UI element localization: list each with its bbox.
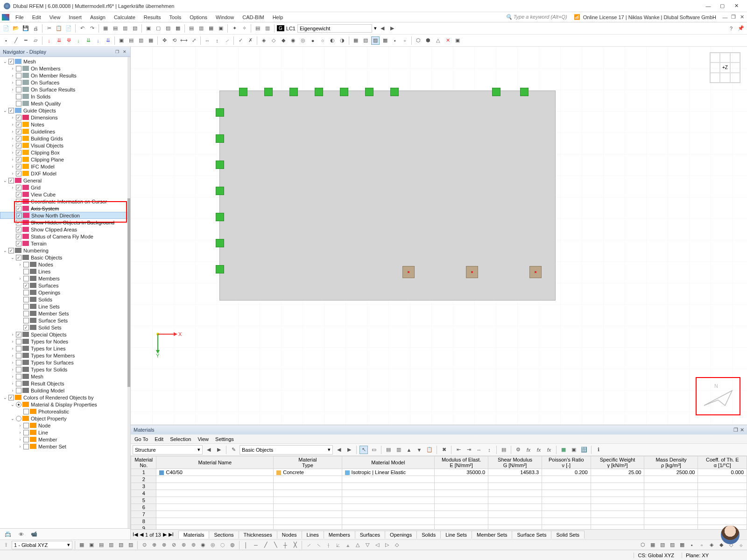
support-node[interactable] [365,88,374,96]
tree-item[interactable]: ⌄Colors of Rendered Objects by [0,394,130,401]
osnap6-button[interactable]: ⊚ [189,541,197,549]
tree-item[interactable]: Surfaces [0,282,130,289]
res6-tool[interactable]: ▫ [401,36,409,45]
bo-prev-button[interactable]: ◀ [335,446,343,454]
tree-item[interactable]: ⌄Basic Objects [0,254,130,261]
tree-item[interactable]: Show North Direction [0,212,130,219]
support-node[interactable] [390,88,399,96]
tree-item[interactable]: Photorealistic [0,408,130,415]
slab-surface[interactable] [219,91,556,301]
osnap2-button[interactable]: ⊕ [150,541,158,549]
doc-minimize-button[interactable]: — [722,14,728,21]
support-node[interactable] [216,187,224,195]
navigator-tree[interactable]: ⌄Mesh›On Members›On Member Results›On Su… [0,57,130,528]
tab-solids[interactable]: Solids [416,531,441,539]
app-menu-icon[interactable] [2,14,9,21]
info-button[interactable]: ℹ [594,446,603,454]
guide8-button[interactable]: ◁ [373,541,381,549]
filter1-button[interactable]: ▤ [254,24,262,33]
lc-next-button[interactable]: ▶ [388,24,396,33]
end7-button[interactable]: ▫ [698,541,706,549]
guide5-button[interactable]: ⟁ [344,541,352,549]
res1-tool[interactable]: ▦ [352,36,360,45]
view-cube[interactable]: +Z [710,52,740,83]
tree-item[interactable]: ›Members [0,275,130,282]
osnap9-button[interactable]: ◌ [218,541,227,549]
end1-button[interactable]: ⬡ [639,541,647,549]
combo-basic-objects[interactable]: Basic Objects▾ [240,445,333,455]
osnap1-button[interactable]: ⊙ [140,541,148,549]
tab-first-button[interactable]: I◀ [133,532,138,538]
mirror-tool[interactable]: ⟷ [180,36,188,45]
rect-select-tool[interactable]: ▭ [370,446,378,454]
line5-button[interactable]: ┼ [281,541,289,549]
tree-item[interactable]: ›Mesh [0,373,130,380]
undo-button[interactable]: ↶ [78,24,86,33]
load5-tool[interactable]: ⇊ [84,36,92,45]
tree-item[interactable]: ›Types for Solids [0,366,130,373]
check2-tool[interactable]: ✗ [246,36,254,45]
mat-menu-settings[interactable]: Settings [215,436,234,442]
tree-item[interactable]: ›Notes [0,121,130,128]
dim3-tool[interactable]: ⟋ [223,36,231,45]
osnap8-button[interactable]: ◎ [209,541,217,549]
dsp3-tool[interactable]: △ [434,36,442,45]
edit3-tool[interactable]: ▥ [137,36,145,45]
materials-table[interactable]: MaterialNo.Material NameMaterialTypeMate… [131,456,747,529]
bo-next-button[interactable]: ▶ [345,446,353,454]
dim1-tool[interactable]: ↔ [203,36,211,45]
load6-tool[interactable]: ↓ [94,36,102,45]
tree-item[interactable]: View Cube [0,191,130,198]
new-button[interactable]: 📄 [2,24,10,33]
line4-button[interactable]: ╲ [271,541,280,549]
tree-item[interactable]: Status of Camera Fly Mode [0,233,130,240]
fx4-button[interactable]: fx [545,446,553,454]
rotate-tool[interactable]: ⟲ [170,36,178,45]
guide1-button[interactable]: ⟋ [304,541,313,549]
tree-item[interactable]: Member Sets [0,310,130,317]
view1-button[interactable]: ▦ [101,24,110,33]
edit2-tool[interactable]: ▤ [127,36,135,45]
cancel-button[interactable]: ✖ [440,446,448,454]
ext1-tool[interactable]: ◈ [260,36,268,45]
scale-tool[interactable]: ⤢ [190,36,198,45]
render1-button[interactable]: ▣ [144,24,153,33]
column-node[interactable] [529,266,542,278]
menu-insert[interactable]: Insert [64,14,86,21]
tab-member-sets[interactable]: Member Sets [472,531,512,539]
tree-item[interactable]: ⌄Mesh [0,58,130,65]
support-node[interactable] [216,134,224,143]
tree-item[interactable]: ›IFC Model [0,163,130,170]
panel-pin-icon[interactable]: ❐ [733,427,738,433]
tree-item[interactable]: ›Types for Members [0,352,130,359]
guide2-button[interactable]: ⟍ [314,541,323,549]
tree-item[interactable]: Surface Sets [0,317,130,324]
menu-edit[interactable]: Edit [28,14,45,21]
tree-item[interactable]: ›Line [0,429,130,436]
mat-menu-selection[interactable]: Selection [170,436,191,442]
tab-lines[interactable]: Lines [302,531,324,539]
support-node[interactable] [289,88,298,96]
menu-results[interactable]: Results [140,14,165,21]
edit1-tool[interactable]: ▣ [117,36,126,45]
ext3-tool[interactable]: ◆ [279,36,288,45]
menu-options[interactable]: Options [185,14,211,21]
line3-button[interactable]: ╱ [261,541,270,549]
combo-structure[interactable]: Structure▾ [133,445,203,455]
load4-tool[interactable]: ↓ [74,36,83,45]
res4-tool[interactable]: ▩ [381,36,389,45]
view2-button[interactable]: ▤ [111,24,120,33]
guide7-button[interactable]: ▽ [363,541,372,549]
osnap4-button[interactable]: ⊘ [169,541,178,549]
save-button[interactable]: 💾 [21,24,30,33]
maximize-button[interactable]: ▢ [715,1,729,11]
tab-nodes[interactable]: Nodes [277,531,302,539]
tree-item[interactable]: Lines [0,268,130,275]
pin-button[interactable]: 📌 [737,24,745,33]
nav-tab-display-icon[interactable]: 👁 [17,531,25,538]
dropdown-icon[interactable]: ▾ [374,25,377,31]
edit4-tool[interactable]: ▦ [147,36,155,45]
check1-tool[interactable]: ✓ [236,36,245,45]
search-input[interactable]: 🔍 Type a keyword (Alt+Q) [503,14,570,20]
support-node[interactable] [216,265,224,273]
